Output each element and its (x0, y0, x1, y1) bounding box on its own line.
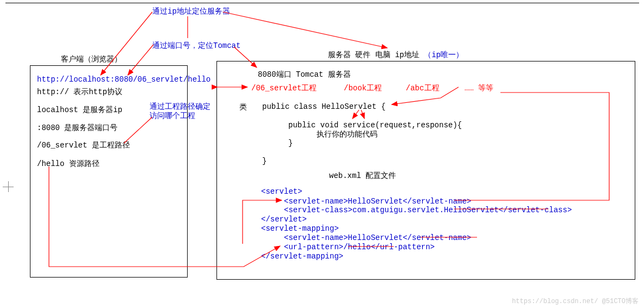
xml-l8: </servlet-mapping> (261, 252, 343, 261)
xml-l3: <servlet-class>com.atguigu.servlet.Hello… (284, 206, 572, 214)
xml-l5: <servlet-mapping> (261, 224, 339, 233)
anno-port: 通过端口号，定位Tomcat (152, 41, 240, 51)
xml-l6: <servlet-name>HelloServlet</servlet-name… (284, 233, 471, 242)
client-project: /06_servlet 是工程路径 (37, 140, 130, 150)
client-hello: /hello 资源路径 (37, 159, 100, 169)
xml-l1: <servlet> (261, 187, 302, 196)
client-title: 客户端（浏览器） (61, 54, 122, 64)
anno-ip: 通过ip地址定位服务器 (152, 7, 230, 16)
code-l2: public void service(request,response){ (288, 121, 462, 130)
anno-project-path: 通过工程路径确定访问哪个工程 (150, 102, 212, 121)
watermark: https://blog.csdn.net/ @51CTO博客 (512, 297, 639, 306)
code-l3: 执行你的功能代码 (317, 130, 377, 139)
svg-line-1 (223, 12, 387, 48)
client-url: http://localhost:8080/06_servlet/hello (37, 75, 210, 84)
ip-unique: （ip唯一） (424, 51, 463, 59)
proj-3: /abc工程 (406, 83, 439, 93)
proj-1: /06_servlet工程 (251, 83, 317, 93)
client-http: http:// 表示http协议 (37, 87, 122, 97)
anno-project-path-text: 通过工程路径确定访问哪个工程 (150, 102, 210, 120)
code-l4: } (288, 139, 293, 147)
client-port: :8080 是服务器端口号 (37, 123, 117, 133)
server-title: 服务器 硬件 电脑 ip地址 (328, 51, 424, 59)
port-label: 8080端口 Tomcat 服务器 (258, 70, 351, 79)
xml-l2: <servlet-name>HelloServlet</servlet-name… (284, 197, 471, 206)
xml-l4: </servlet> (261, 215, 307, 224)
server-title-wrap: 服务器 硬件 电脑 ip地址 （ip唯一） (328, 50, 463, 60)
xml-l7: <url-pattern>/hello</url-pattern> (284, 243, 435, 251)
code-l5: } (262, 157, 267, 165)
webxml-title: web.xml 配置文件 (329, 171, 396, 181)
code-l1: public class HelloServlet { (262, 102, 386, 111)
proj-etc: …… 等等 (465, 83, 493, 93)
cross-marker (3, 181, 14, 192)
proj-2: /book工程 (344, 83, 382, 93)
frame-top (5, 3, 639, 3)
class-label: 类 (239, 102, 247, 112)
client-localhost: localhost 是服务器ip (37, 105, 122, 115)
client-box (30, 65, 188, 278)
